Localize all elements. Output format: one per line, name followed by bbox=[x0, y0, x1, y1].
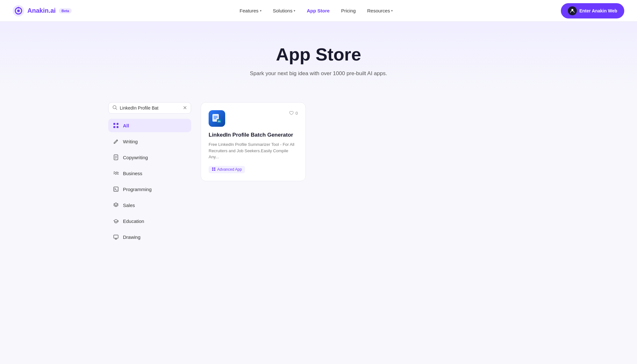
layers-icon bbox=[113, 202, 119, 208]
sidebar-item-label: Sales bbox=[123, 203, 135, 208]
card-title: LinkedIn Profile Batch Generator bbox=[209, 132, 298, 138]
clear-search-button[interactable]: ✕ bbox=[183, 105, 187, 111]
main-layout: ✕ All Writing bbox=[96, 93, 541, 253]
beta-badge: Beta bbox=[59, 8, 72, 13]
svg-rect-8 bbox=[117, 123, 118, 125]
pen-icon bbox=[113, 138, 119, 145]
svg-text:in: in bbox=[218, 120, 220, 123]
navbar-logo-group: Anakin.ai Beta bbox=[13, 5, 72, 17]
sidebar: ✕ All Writing bbox=[108, 102, 191, 244]
svg-rect-29 bbox=[212, 168, 213, 169]
navbar: Anakin.ai Beta Features ▾ Solutions ▾ Ap… bbox=[0, 0, 637, 22]
svg-rect-20 bbox=[114, 235, 118, 238]
card-tag: Advanced App bbox=[209, 166, 245, 173]
svg-rect-7 bbox=[113, 123, 115, 125]
svg-line-6 bbox=[116, 109, 117, 110]
logo-text: Anakin.ai bbox=[27, 7, 56, 14]
sidebar-item-label: Copywriting bbox=[123, 155, 148, 160]
anakin-logo-icon bbox=[13, 5, 24, 17]
sidebar-item-sales[interactable]: Sales bbox=[108, 198, 191, 212]
chevron-down-icon: ▾ bbox=[294, 9, 295, 12]
chevron-down-icon: ▾ bbox=[260, 9, 261, 12]
nav-app-store[interactable]: App Store bbox=[307, 8, 330, 13]
svg-rect-30 bbox=[214, 168, 215, 169]
doc-icon bbox=[113, 154, 119, 161]
svg-rect-32 bbox=[214, 169, 215, 171]
sidebar-item-label: All bbox=[123, 123, 129, 128]
app-card[interactable]: in 0 LinkedIn Profile Batch Generator Fr… bbox=[201, 102, 306, 181]
svg-point-3 bbox=[18, 7, 19, 8]
svg-point-2 bbox=[17, 10, 20, 12]
hero-title: App Store bbox=[6, 44, 631, 65]
app-icon: in bbox=[209, 110, 225, 127]
sidebar-item-writing[interactable]: Writing bbox=[108, 135, 191, 148]
sidebar-item-copywriting[interactable]: Copywriting bbox=[108, 151, 191, 164]
search-input[interactable] bbox=[120, 105, 180, 111]
advanced-app-icon bbox=[212, 167, 216, 172]
card-description: Free LinkedIn Profile Summarizer Tool - … bbox=[209, 141, 298, 160]
app-cards-grid: in 0 LinkedIn Profile Batch Generator Fr… bbox=[201, 102, 529, 181]
card-likes: 0 bbox=[289, 110, 298, 116]
sidebar-item-label: Programming bbox=[123, 187, 152, 192]
hero-section: App Store Spark your next big idea with … bbox=[0, 22, 637, 93]
sidebar-item-drawing[interactable]: Drawing bbox=[108, 230, 191, 244]
sidebar-item-label: Education bbox=[123, 218, 144, 224]
nav-resources[interactable]: Resources ▾ bbox=[367, 8, 393, 13]
graduation-hat-icon bbox=[113, 218, 119, 224]
avatar bbox=[568, 6, 577, 15]
search-icon bbox=[112, 105, 117, 111]
monitor-icon bbox=[113, 234, 119, 240]
sidebar-item-education[interactable]: Education bbox=[108, 214, 191, 228]
svg-rect-10 bbox=[117, 126, 118, 128]
search-box[interactable]: ✕ bbox=[108, 102, 191, 114]
sidebar-item-business[interactable]: Business bbox=[108, 167, 191, 180]
sidebar-item-programming[interactable]: Programming bbox=[108, 182, 191, 196]
bracket-icon bbox=[113, 186, 119, 192]
svg-line-17 bbox=[115, 189, 116, 190]
tag-label: Advanced App bbox=[217, 167, 242, 172]
sidebar-item-all[interactable]: All bbox=[108, 119, 191, 132]
nav-features[interactable]: Features ▾ bbox=[240, 8, 261, 13]
sidebar-item-label: Drawing bbox=[123, 234, 140, 240]
chevron-down-icon: ▾ bbox=[391, 9, 393, 12]
nav-pricing[interactable]: Pricing bbox=[341, 8, 356, 13]
wave-icon bbox=[113, 170, 119, 176]
nav-solutions[interactable]: Solutions ▾ bbox=[273, 8, 296, 13]
enter-anakin-web-button[interactable]: Enter Anakin Web bbox=[561, 3, 624, 18]
svg-point-4 bbox=[571, 9, 573, 11]
navbar-nav: Features ▾ Solutions ▾ App Store Pricing… bbox=[240, 8, 393, 13]
content-area: in 0 LinkedIn Profile Batch Generator Fr… bbox=[201, 102, 529, 244]
sidebar-item-label: Writing bbox=[123, 139, 138, 144]
like-icon bbox=[289, 110, 294, 116]
hero-subtitle: Spark your next big idea with over 1000 … bbox=[6, 70, 631, 77]
svg-rect-31 bbox=[212, 169, 213, 171]
svg-rect-15 bbox=[114, 187, 118, 191]
grid-icon bbox=[113, 122, 119, 129]
like-count: 0 bbox=[296, 111, 298, 116]
svg-rect-9 bbox=[113, 126, 115, 128]
sidebar-item-label: Business bbox=[123, 171, 142, 176]
card-header: in 0 bbox=[209, 110, 298, 127]
